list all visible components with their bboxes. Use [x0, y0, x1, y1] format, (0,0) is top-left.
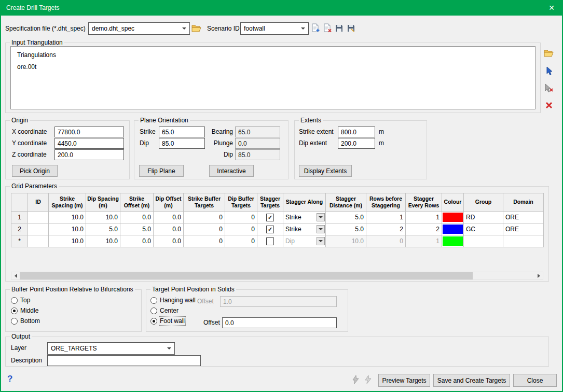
chevron-down-icon[interactable] — [317, 213, 325, 221]
strike-input[interactable]: 65.0 — [159, 127, 205, 137]
cell-colour[interactable] — [442, 223, 464, 235]
cell-dip-buffer[interactable]: 0 — [225, 235, 257, 247]
chevron-down-icon[interactable] — [317, 225, 325, 233]
cell-strike-spacing[interactable]: 10.0 — [49, 212, 86, 223]
radio-middle[interactable]: Middle — [11, 307, 38, 314]
save-scenario-as-icon[interactable] — [347, 24, 355, 33]
cell-strike-offset[interactable]: 0.0 — [120, 212, 154, 223]
cell-strike-buffer[interactable]: 0 — [184, 223, 225, 235]
col-strike-buffer[interactable]: Strike Buffer Targets — [184, 193, 225, 212]
cell-strike-spacing[interactable]: 10.0 — [49, 235, 86, 247]
cell-group[interactable]: GC — [464, 223, 503, 235]
stagger-targets-checkbox[interactable] — [266, 237, 274, 245]
interactive-button[interactable]: Interactive — [209, 165, 254, 177]
row-header[interactable]: 2 — [11, 223, 28, 235]
chevron-down-icon[interactable] — [301, 27, 305, 30]
cell-stagger-distance[interactable]: 5.0 — [326, 223, 366, 235]
cell-dip-offset[interactable]: 0.0 — [154, 235, 184, 247]
colour-swatch[interactable] — [443, 213, 463, 222]
radio-circle[interactable] — [150, 318, 157, 325]
cell-rows-before[interactable]: 2 — [366, 223, 406, 235]
tree-item-ore[interactable]: ore.00t — [17, 63, 36, 71]
colour-swatch[interactable] — [443, 225, 463, 234]
dip-extent-input[interactable]: 200.0 — [338, 138, 375, 149]
close-icon[interactable]: ✕ — [546, 3, 557, 12]
cell-stagger-along[interactable]: Strike — [283, 212, 326, 223]
col-dip-buffer[interactable]: Dip Buffer Targets — [225, 193, 257, 212]
save-and-create-targets-button[interactable]: Save and Create Targets — [433, 374, 510, 387]
chevron-down-icon[interactable] — [167, 347, 171, 349]
flip-plane-button[interactable]: Flip Plane — [139, 165, 184, 177]
radio-bottom[interactable]: Bottom — [11, 317, 40, 325]
radio-circle[interactable] — [150, 297, 157, 304]
cell-stagger-every[interactable]: 2 — [406, 223, 442, 235]
cell-dip-spacing[interactable]: 10.0 — [86, 212, 120, 223]
radio-circle[interactable] — [150, 307, 157, 314]
cell-id[interactable] — [28, 212, 49, 223]
stagger-targets-checkbox[interactable]: ✓ — [266, 214, 274, 221]
scroll-track[interactable] — [20, 272, 534, 279]
horizontal-scrollbar[interactable] — [11, 272, 543, 280]
cell-group[interactable]: RD — [464, 212, 503, 223]
pick-origin-button[interactable]: Pick Origin — [12, 165, 58, 177]
lightning-cancel-icon[interactable] — [364, 375, 372, 384]
col-id[interactable]: ID — [28, 193, 49, 212]
cell-domain[interactable]: ORE — [503, 223, 544, 235]
cell-domain[interactable] — [503, 235, 544, 247]
cell-dip-spacing[interactable]: 10.0 — [86, 235, 120, 247]
deselect-cursor-icon[interactable] — [544, 83, 554, 93]
cell-strike-offset[interactable]: 5.0 — [120, 223, 154, 235]
cell-strike-offset[interactable]: 0.0 — [120, 235, 154, 247]
scenario-combobox[interactable]: footwall — [240, 22, 309, 35]
layer-combobox[interactable]: ORE_TARGETS — [47, 342, 175, 355]
strike-extent-input[interactable]: 800.0 — [338, 127, 375, 137]
scroll-thumb[interactable] — [20, 272, 473, 279]
col-dip-offset[interactable]: Dip Offset (m) — [154, 193, 184, 212]
col-group[interactable]: Group — [464, 193, 503, 212]
close-button[interactable]: Close — [513, 374, 557, 387]
cell-id[interactable] — [28, 235, 49, 247]
cell-strike-buffer[interactable]: 0 — [184, 212, 225, 223]
cell-stagger-every[interactable]: 1 — [406, 212, 442, 223]
tree-root-triangulations[interactable]: Triangulations — [17, 51, 56, 59]
col-dip-spacing[interactable]: Dip Spacing (m) — [86, 193, 120, 212]
radio-center[interactable]: Center — [150, 307, 178, 314]
radio-circle[interactable] — [11, 318, 18, 325]
radio-top[interactable]: Top — [11, 297, 30, 304]
title-bar[interactable]: Create Drill Targets ✕ — [0, 0, 563, 16]
cell-stagger-along[interactable]: Dip — [283, 235, 326, 247]
remove-all-icon[interactable] — [545, 101, 553, 109]
cell-strike-spacing[interactable]: 10.0 — [49, 223, 86, 235]
cell-group[interactable] — [464, 235, 503, 247]
chevron-down-icon[interactable] — [182, 27, 186, 30]
col-colour[interactable]: Colour — [442, 193, 464, 212]
cell-dip-buffer[interactable]: 0 — [225, 223, 257, 235]
radio-foot-wall[interactable]: Foot wall — [150, 317, 185, 325]
cell-dip-spacing[interactable]: 5.0 — [86, 223, 120, 235]
colour-swatch[interactable] — [443, 236, 463, 246]
delete-scenario-icon[interactable] — [323, 23, 332, 33]
display-extents-button[interactable]: Display Extents — [299, 165, 352, 177]
chevron-down-icon[interactable] — [317, 237, 325, 245]
cell-domain[interactable]: ORE — [503, 212, 544, 223]
cell-stagger-distance[interactable]: 5.0 — [326, 212, 366, 223]
col-strike-offset[interactable]: Strike Offset (m) — [120, 193, 154, 212]
stagger-targets-checkbox[interactable]: ✓ — [266, 226, 274, 233]
preview-targets-button[interactable]: Preview Targets — [378, 374, 430, 387]
triangulation-list[interactable]: Triangulations ore.00t — [10, 46, 535, 109]
cell-rows-before[interactable]: 1 — [366, 212, 406, 223]
spec-file-combobox[interactable]: demo.dht_spec — [88, 22, 190, 35]
open-spec-folder-icon[interactable] — [191, 24, 201, 33]
col-stagger-along[interactable]: Stagger Along — [283, 193, 326, 212]
col-stagger-every[interactable]: Stagger Every Rows — [406, 193, 442, 212]
help-icon[interactable]: ? — [7, 374, 12, 384]
cell-id[interactable] — [28, 223, 49, 235]
foot-offset-input[interactable]: 0.0 — [222, 317, 337, 328]
col-rows-before[interactable]: Rows before Staggering — [366, 193, 406, 212]
z-coordinate-input[interactable]: 200.0 — [54, 149, 124, 160]
col-stagger-distance[interactable]: Stagger Distance (m) — [326, 193, 366, 212]
col-domain[interactable]: Domain — [503, 193, 544, 212]
select-cursor-icon[interactable] — [545, 66, 553, 76]
y-coordinate-input[interactable]: 4450.0 — [54, 138, 124, 149]
lightning-run-icon[interactable] — [352, 375, 359, 384]
